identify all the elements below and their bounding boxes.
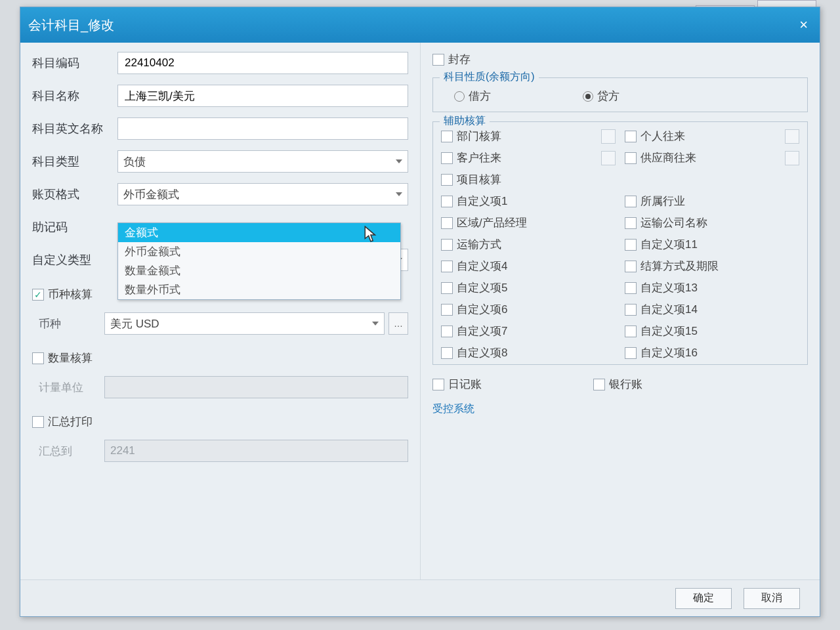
dialog-footer: 确定 取消 xyxy=(20,579,820,616)
name-input[interactable] xyxy=(117,85,408,107)
checkbox-icon xyxy=(441,174,453,186)
currency-select[interactable]: 美元 USD xyxy=(104,312,385,335)
journal-checkbox[interactable]: 日记账 xyxy=(432,377,482,392)
aux-item-label: 自定义项5 xyxy=(457,280,507,295)
type-select[interactable]: 负债 xyxy=(117,150,408,173)
chevron-down-icon xyxy=(396,192,402,196)
checkbox-icon xyxy=(625,239,637,251)
book-format-option[interactable]: 数量金额式 xyxy=(118,261,400,280)
aux-item-label: 个人往来 xyxy=(640,129,685,144)
sealed-label: 封存 xyxy=(448,52,471,67)
aux-item[interactable]: 运输公司名称 xyxy=(625,215,799,230)
aux-item[interactable]: 区域/产品经理 xyxy=(441,215,616,230)
aux-item[interactable]: 运输方式 xyxy=(441,237,616,252)
aux-item[interactable]: 所属行业 xyxy=(625,194,799,209)
checkbox-icon xyxy=(625,261,637,272)
aux-item-label: 项目核算 xyxy=(457,172,501,187)
summary-to-value: 2241 xyxy=(110,444,135,457)
aux-lookup-button[interactable] xyxy=(601,151,616,165)
aux-item[interactable]: 个人往来 xyxy=(625,129,799,144)
book-format-select[interactable]: 外币金额式 xyxy=(117,183,408,205)
aux-item[interactable]: 自定义项1 xyxy=(441,194,616,209)
book-format-option[interactable]: 外币金额式 xyxy=(118,242,400,261)
account-nature-legend: 科目性质(余额方向) xyxy=(440,70,539,84)
aux-item[interactable]: 自定义项13 xyxy=(625,280,799,295)
aux-item-label: 自定义项13 xyxy=(640,280,698,295)
controlled-system-link[interactable]: 受控系统 xyxy=(432,402,808,416)
aux-item[interactable]: 客户往来 xyxy=(441,150,616,165)
code-input[interactable] xyxy=(117,52,408,74)
credit-radio[interactable]: 贷方 xyxy=(583,89,620,104)
currency-lookup-button[interactable]: … xyxy=(388,312,408,335)
aux-item[interactable]: 自定义项6 xyxy=(441,302,616,317)
aux-item-label: 运输公司名称 xyxy=(640,215,707,230)
close-icon[interactable]: × xyxy=(795,16,812,33)
aux-item-label: 运输方式 xyxy=(457,237,501,252)
aux-item[interactable]: 自定义项16 xyxy=(625,345,799,360)
aux-item[interactable]: 自定义项11 xyxy=(625,237,799,252)
aux-item-label: 区域/产品经理 xyxy=(457,215,527,230)
aux-accounting-legend: 辅助核算 xyxy=(440,114,490,128)
checkbox-icon xyxy=(441,261,453,272)
aux-lookup-button[interactable] xyxy=(601,129,616,144)
right-panel: 封存 科目性质(余额方向) 借方 贷方 辅助核算 xyxy=(420,43,820,579)
ename-input[interactable] xyxy=(117,117,408,140)
aux-item[interactable]: 结算方式及期限 xyxy=(625,259,799,274)
debit-label: 借方 xyxy=(469,89,491,104)
unit-input xyxy=(104,376,408,398)
currency-accounting-checkbox[interactable]: ✓ 币种核算 xyxy=(32,287,93,302)
quantity-accounting-checkbox[interactable]: 数量核算 xyxy=(32,350,93,366)
aux-lookup-button[interactable] xyxy=(785,129,799,144)
currency-accounting-label: 币种核算 xyxy=(48,287,93,302)
ename-input-inner[interactable] xyxy=(123,121,402,136)
aux-item[interactable]: 项目核算 xyxy=(441,172,616,187)
aux-item[interactable]: 自定义项8 xyxy=(441,345,616,360)
summary-print-label: 汇总打印 xyxy=(48,414,93,429)
aux-item[interactable]: 自定义项4 xyxy=(441,259,616,274)
aux-item-label: 自定义项15 xyxy=(640,324,698,339)
left-panel: 科目编码 科目名称 科目英文名称 科目类型 负债 xyxy=(20,43,420,579)
sealed-checkbox[interactable]: 封存 xyxy=(432,52,471,67)
credit-label: 贷方 xyxy=(597,89,620,104)
cancel-button[interactable]: 取消 xyxy=(744,588,800,609)
titlebar[interactable]: 会计科目_修改 × xyxy=(20,7,820,43)
summary-print-checkbox[interactable]: 汇总打印 xyxy=(32,414,93,429)
ok-button[interactable]: 确定 xyxy=(675,588,732,609)
aux-item-label: 自定义项16 xyxy=(640,345,698,360)
bank-checkbox[interactable]: 银行账 xyxy=(593,377,642,392)
book-format-dropdown[interactable]: 金额式外币金额式数量金额式数量外币式 xyxy=(117,222,401,300)
aux-item[interactable]: 自定义项7 xyxy=(441,324,616,339)
checkbox-icon xyxy=(441,239,453,251)
aux-item-label: 自定义项11 xyxy=(640,237,698,252)
ename-label: 科目英文名称 xyxy=(32,121,117,136)
aux-lookup-button[interactable] xyxy=(785,151,799,165)
type-value: 负债 xyxy=(123,154,146,169)
checkbox-icon xyxy=(625,131,637,142)
checkbox-icon xyxy=(625,282,637,294)
chevron-down-icon xyxy=(396,159,402,163)
account-nature-fieldset: 科目性质(余额方向) 借方 贷方 xyxy=(432,77,808,112)
aux-item[interactable]: 自定义项5 xyxy=(441,280,616,295)
checkbox-icon xyxy=(625,196,637,207)
aux-accounting-fieldset: 辅助核算 部门核算个人往来客户往来供应商往来项目核算自定义项1所属行业区域/产品… xyxy=(432,121,808,365)
dialog-title: 会计科目_修改 xyxy=(28,16,114,34)
name-input-inner[interactable] xyxy=(123,89,402,103)
currency-value: 美元 USD xyxy=(110,316,159,331)
aux-item[interactable]: 自定义项14 xyxy=(625,302,799,317)
summary-to-input: 2241 xyxy=(104,440,408,462)
debit-radio[interactable]: 借方 xyxy=(454,89,491,104)
checkbox-icon xyxy=(441,217,453,229)
bank-label: 银行账 xyxy=(609,377,642,392)
aux-item-label: 结算方式及期限 xyxy=(640,259,719,274)
aux-item[interactable]: 自定义项15 xyxy=(625,324,799,339)
code-label: 科目编码 xyxy=(32,55,117,71)
book-format-option[interactable]: 数量外币式 xyxy=(118,280,400,299)
aux-item-label: 所属行业 xyxy=(640,194,685,209)
checkbox-icon xyxy=(625,326,637,337)
aux-item[interactable]: 部门核算 xyxy=(441,129,616,144)
checkbox-icon xyxy=(625,152,637,164)
book-format-option[interactable]: 金额式 xyxy=(118,223,400,242)
code-input-inner[interactable] xyxy=(123,56,402,70)
type-label: 科目类型 xyxy=(32,154,117,169)
aux-item[interactable]: 供应商往来 xyxy=(625,150,799,165)
